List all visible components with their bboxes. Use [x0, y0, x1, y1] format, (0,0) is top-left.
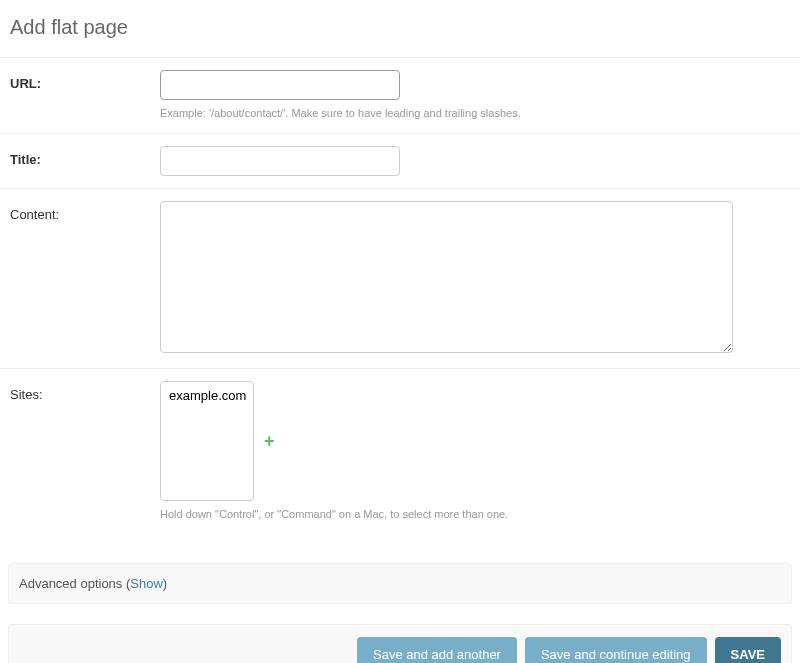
- url-input[interactable]: [160, 70, 400, 100]
- save-continue-button[interactable]: Save and continue editing: [525, 637, 707, 663]
- title-label: Title:: [10, 146, 160, 167]
- sites-label: Sites:: [10, 381, 160, 402]
- url-label: URL:: [10, 70, 160, 91]
- advanced-show-link[interactable]: Show: [130, 576, 163, 591]
- content-label: Content:: [10, 201, 160, 222]
- advanced-label-suffix: ): [163, 576, 167, 591]
- url-row: URL: Example: '/about/contact/'. Make su…: [0, 57, 800, 133]
- title-field-wrapper: [160, 146, 790, 176]
- save-button[interactable]: SAVE: [715, 637, 781, 663]
- page-title: Add flat page: [0, 0, 800, 57]
- submit-row: Save and add another Save and continue e…: [8, 624, 792, 663]
- content-textarea[interactable]: [160, 201, 733, 353]
- sites-field-wrapper: example.com + Hold down "Control", or "C…: [160, 381, 790, 522]
- advanced-label-prefix: Advanced options (: [19, 576, 130, 591]
- content-row: Content:: [0, 188, 800, 368]
- title-row: Title:: [0, 133, 800, 188]
- title-input[interactable]: [160, 146, 400, 176]
- sites-row: Sites: example.com + Hold down "Control"…: [0, 368, 800, 534]
- url-field-wrapper: Example: '/about/contact/'. Make sure to…: [160, 70, 790, 121]
- sites-select[interactable]: example.com: [160, 381, 254, 501]
- advanced-options-section: Advanced options (Show): [8, 563, 792, 604]
- save-add-another-button[interactable]: Save and add another: [357, 637, 517, 663]
- sites-option[interactable]: example.com: [163, 384, 251, 407]
- add-site-icon[interactable]: +: [264, 431, 275, 452]
- url-help-text: Example: '/about/contact/'. Make sure to…: [160, 106, 790, 121]
- sites-select-wrapper: example.com +: [160, 381, 790, 501]
- content-field-wrapper: [160, 201, 790, 356]
- sites-help-text: Hold down "Control", or "Command" on a M…: [160, 507, 790, 522]
